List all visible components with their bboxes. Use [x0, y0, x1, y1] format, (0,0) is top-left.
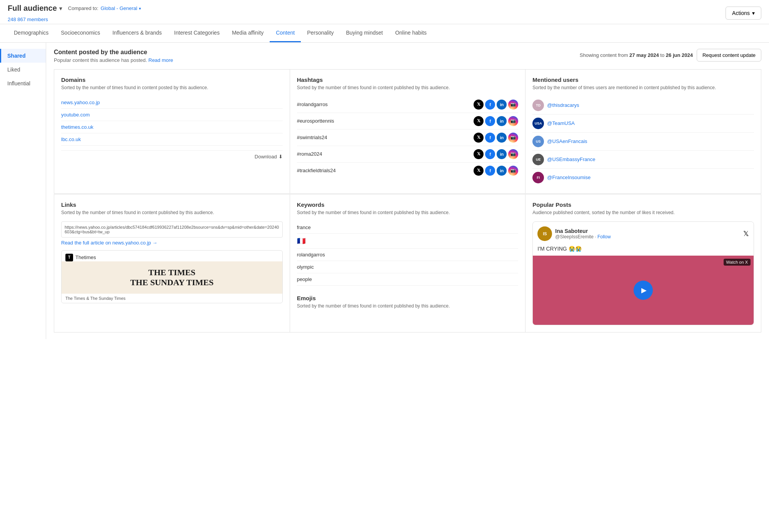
follow-link[interactable]: Follow	[597, 234, 611, 239]
emojis-subsection: Emojis Sorted by the number of times fou…	[297, 295, 519, 309]
avatar-1: USA	[532, 118, 544, 129]
thetimes-logo-area: THE TIMES THE SUNDAY TIMES	[62, 261, 282, 294]
date-text: Showing content from 27 may 2024 to 26 j…	[580, 52, 693, 58]
hashtag-social-icons-2: 𝕏 f in 📷	[474, 133, 518, 143]
header-title-row: Full audience ▾ Compared to: Global - Ge…	[8, 4, 141, 13]
compared-to-value[interactable]: Global - General ▾	[101, 5, 141, 11]
tab-influencers-brands[interactable]: Influencers & brands	[106, 24, 168, 42]
domain-link-0[interactable]: news.yahoo.co.jp	[61, 96, 283, 109]
hashtag-fb-icon-0[interactable]: f	[485, 100, 495, 110]
link-url: https://news.yahoo.co.jp/articles/dbc574…	[61, 221, 283, 238]
domains-title: Domains	[61, 76, 283, 83]
hashtag-x-icon-3[interactable]: 𝕏	[474, 149, 484, 159]
hashtag-x-icon-2[interactable]: 𝕏	[474, 133, 484, 143]
nav-tabs: Demographics Socioeconomics Influencers …	[0, 24, 769, 43]
left-sidebar: Shared Liked Influential	[0, 43, 46, 339]
sidebar-item-influential[interactable]: Influential	[0, 76, 46, 90]
content-header: Content posted by the audience Popular c…	[54, 49, 761, 63]
keywords-desc: Sorted by the number of times found in c…	[297, 209, 519, 216]
post-header: IS Ina Saboteur @SleepIssEremite · Follo…	[533, 222, 754, 246]
hashtag-fb-icon-3[interactable]: f	[485, 149, 495, 159]
tab-personality[interactable]: Personality	[301, 24, 340, 42]
post-text: I'M CRYING 😭😭	[533, 246, 754, 256]
tab-content[interactable]: Content	[270, 24, 301, 42]
sidebar-item-liked[interactable]: Liked	[0, 63, 46, 76]
tab-buying-mindset[interactable]: Buying mindset	[340, 24, 389, 42]
tab-interest-categories[interactable]: Interest Categories	[168, 24, 226, 42]
post-video[interactable]: Watch on X	[533, 256, 754, 325]
links-desc: Sorted by the number of times found in c…	[61, 209, 283, 216]
hashtag-ig-icon-1[interactable]: 📷	[508, 116, 518, 126]
keywords-title: Keywords	[297, 201, 519, 208]
avatar-0: TD	[532, 100, 544, 111]
request-content-update-button[interactable]: Request content update	[697, 49, 761, 62]
links-section: Links Sorted by the number of times foun…	[54, 195, 290, 332]
hashtag-li-icon-2[interactable]: in	[497, 133, 507, 143]
members-count: 248 867 members	[8, 17, 48, 22]
thetimes-logo-line1: THE TIMES THE SUNDAY TIMES	[68, 268, 276, 288]
user-handle-2[interactable]: @USAenFrancais	[547, 138, 587, 144]
hashtag-x-icon-1[interactable]: 𝕏	[474, 116, 484, 126]
hashtag-name-2: #swimtrials24	[297, 135, 327, 140]
tab-online-habits[interactable]: Online habits	[389, 24, 433, 42]
hashtags-title: Hashtags	[297, 76, 519, 83]
read-more-link[interactable]: Read more	[148, 57, 173, 63]
hashtag-x-icon-0[interactable]: 𝕏	[474, 100, 484, 110]
main-content: Content posted by the audience Popular c…	[46, 43, 769, 339]
popular-posts-title: Popular Posts	[532, 201, 754, 208]
user-handle-1[interactable]: @TeamUSA	[547, 120, 575, 126]
tab-demographics[interactable]: Demographics	[8, 24, 55, 42]
hashtag-name-0: #rolandgarros	[297, 101, 328, 107]
hashtag-ig-icon-0[interactable]: 📷	[508, 100, 518, 110]
hashtag-fb-icon-2[interactable]: f	[485, 133, 495, 143]
hashtag-li-icon-3[interactable]: in	[497, 149, 507, 159]
domain-link-3[interactable]: lbc.co.uk	[61, 133, 283, 146]
hashtag-li-icon-1[interactable]: in	[497, 116, 507, 126]
content-header-left: Content posted by the audience Popular c…	[54, 49, 173, 63]
post-avatar: IS	[537, 226, 552, 241]
content-area: Shared Liked Influential Content posted …	[0, 43, 769, 339]
domain-link-2[interactable]: thetimes.co.uk	[61, 121, 283, 133]
download-button[interactable]: Download ⬇	[61, 150, 283, 160]
hashtag-row-0: #rolandgarros 𝕏 f in 📷	[297, 96, 519, 113]
hashtag-x-icon-4[interactable]: 𝕏	[474, 166, 484, 176]
download-icon: ⬇	[279, 154, 283, 160]
play-button[interactable]	[634, 281, 653, 300]
content-date-range: Showing content from 27 may 2024 to 26 j…	[580, 49, 761, 62]
actions-button[interactable]: Actions ▾	[726, 7, 761, 20]
post-handle-follow: @SleepIssEremite · Follow	[555, 234, 611, 239]
hashtag-social-icons-1: 𝕏 f in 📷	[474, 116, 518, 126]
mentioned-users-desc: Sorted by the number of times users are …	[532, 85, 754, 91]
thetimes-icon: T	[65, 254, 73, 261]
mentioned-users-section: Mentioned users Sorted by the number of …	[525, 70, 761, 193]
audience-title-text: Full audience	[8, 4, 57, 13]
read-full-article-link[interactable]: Read the full article on news.yahoo.co.j…	[61, 240, 283, 246]
user-handle-4[interactable]: @FranceInsoumise	[547, 175, 591, 180]
domain-link-1[interactable]: youtube.com	[61, 109, 283, 121]
post-user-info: Ina Saboteur @SleepIssEremite · Follow	[555, 228, 611, 239]
sidebar-item-shared[interactable]: Shared	[0, 49, 46, 63]
tab-socioeconomics[interactable]: Socioeconomics	[55, 24, 106, 42]
mentioned-user-row-0: TD @thisdracarys	[532, 96, 754, 115]
avatar-4: FI	[532, 172, 544, 183]
hashtag-fb-icon-4[interactable]: f	[485, 166, 495, 176]
domains-section: Domains Sorted by the number of times fo…	[54, 70, 290, 193]
thetimes-caption: The Times & The Sunday Times	[62, 294, 282, 303]
top-grid: Domains Sorted by the number of times fo…	[54, 69, 761, 194]
hashtag-li-icon-0[interactable]: in	[497, 100, 507, 110]
user-handle-3[interactable]: @USEmbassyFrance	[547, 156, 595, 162]
hashtag-ig-icon-3[interactable]: 📷	[508, 149, 518, 159]
compared-to-label: Compared to:	[68, 5, 98, 11]
hashtag-row-3: #roma2024 𝕏 f in 📷	[297, 146, 519, 163]
mentioned-users-title: Mentioned users	[532, 76, 754, 83]
user-handle-0[interactable]: @thisdracarys	[547, 102, 579, 108]
keyword-row-4: people	[297, 273, 519, 286]
audience-chevron[interactable]: ▾	[59, 5, 62, 12]
hashtag-fb-icon-1[interactable]: f	[485, 116, 495, 126]
mentioned-user-row-2: US @USAenFrancais	[532, 133, 754, 151]
hashtag-ig-icon-4[interactable]: 📷	[508, 166, 518, 176]
hashtag-li-icon-4[interactable]: in	[497, 166, 507, 176]
hashtag-ig-icon-2[interactable]: 📷	[508, 133, 518, 143]
tab-media-affinity[interactable]: Media affinity	[226, 24, 270, 42]
thetimes-card: T Thetimes THE TIMES THE SUNDAY TIMES Th…	[61, 250, 283, 304]
